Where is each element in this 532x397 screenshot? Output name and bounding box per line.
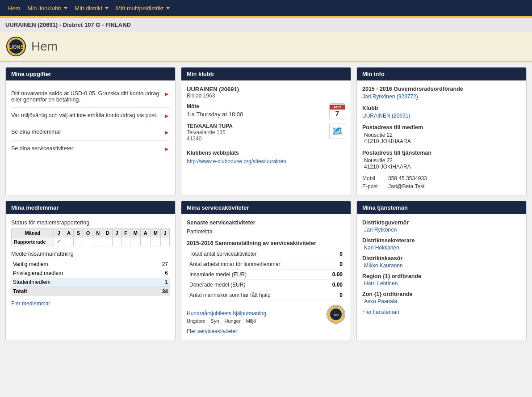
svg-text:LIONS: LIONS [8, 44, 24, 50]
mina-tjansteman-card: Mina tjänstemän Distriktsguvernör Jari R… [356, 201, 527, 340]
info-postaddr-official: Postadress till tjänsteman Nousutie 22 4… [362, 150, 521, 170]
mina-medlemmar-card: Mina medlemmar Status för medlemsrapport… [5, 201, 176, 340]
info-club-label: Klubb [362, 105, 521, 111]
member-table: Vanlig medlem 27 Privilegierad medlem 6 … [11, 260, 170, 296]
member-row: Studentmedlem 1 [11, 278, 170, 287]
centennial-row: Hundraårsjubileets hjälputmaning Ungdom … [187, 305, 345, 324]
month-table: Månad J A S O N D J F M A M J [11, 228, 170, 246]
email-val: Jari@Beta.Test [388, 183, 425, 190]
mina-medlemmar-body: Status för medlemsrapportering Månad J A… [6, 214, 175, 312]
service-summary-title: 2015-2016 Sammanställning av serviceakti… [187, 240, 345, 246]
main-content: Mina uppgifter Ditt nuvarande saldo är U… [0, 62, 532, 346]
meeting-row: Möte 1:a Thursday at 18:00 APR 7 [187, 103, 345, 119]
mina-uppgifter-card: Mina uppgifter Ditt nuvarande saldo är U… [5, 67, 176, 195]
arrow-right-icon: ► [163, 129, 170, 136]
official-item-0: Distriktsguvernör Jari Rytkönen [362, 220, 521, 233]
recent-service-title: Senaste serviceaktiviteter [187, 220, 345, 226]
info-postaddr-member: Postadress till medlem Nousutie 22 41210… [362, 124, 521, 144]
uppgifter-item-members[interactable]: Se dina medlemmar ► [11, 124, 170, 141]
dropdown-arrow-icon [166, 7, 170, 9]
breadcrumb: UURAINEN (20691) - District 107 G - FINL… [0, 18, 532, 32]
email-label: E-post [362, 183, 385, 190]
nav-hem[interactable]: Hem [4, 5, 24, 12]
min-klubb-card: Min klubb UURAINEN (20691) Bildad 1963 M… [181, 67, 351, 195]
cal-month: APR [330, 105, 345, 110]
mina-uppgifter-body: Ditt nuvarande saldo är USD-0.05. Gransk… [6, 80, 175, 162]
top-navigation: Hem Min lionklubb Mitt distrikt Mitt mul… [0, 0, 532, 16]
nav-min-lionklubb[interactable]: Min lionklubb [24, 5, 71, 12]
official-item-1: Distriktssekreterare Kari Hokkanen [362, 237, 521, 251]
mina-medlemmar-header: Mina medlemmar [6, 201, 175, 214]
official-item-3: Region {1} ordförande Harri Lehtinen [362, 273, 521, 287]
website-link[interactable]: http://www.e-clubhouse.org/sites/uuraine… [187, 158, 286, 165]
lions-logo-icon: LIONS [6, 37, 26, 56]
mobile-label: Mobil [362, 175, 385, 182]
min-info-card: Min info 2015 - 2016 Guvernörsrådsordför… [356, 67, 527, 195]
fler-tjansteman-link[interactable]: Fler tjänstemän [362, 309, 521, 315]
mina-uppgifter-header: Mina uppgifter [6, 68, 175, 80]
info-club-name[interactable]: UURAINEN (20691) [362, 113, 521, 119]
dropdown-arrow-icon [105, 7, 109, 9]
mina-service-card: Mina serviceaktiviteter Senaste servicea… [181, 201, 351, 340]
official-name-1[interactable]: Kari Hokkanen [364, 245, 521, 251]
mina-service-header: Mina serviceaktiviteter [181, 201, 351, 214]
nav-mitt-distrikt[interactable]: Mitt distrikt [71, 5, 112, 12]
uppgifter-item-balance[interactable]: Ditt nuvarande saldo är USD-0.05. Gransk… [11, 86, 170, 108]
info-mobile-row: Mobil 358 45 3534933 [362, 175, 521, 182]
uppgifter-item-miljovanlig[interactable]: Var miljövänlig och välj att inte erhåll… [11, 108, 170, 124]
info-role-year: 2015 - 2016 Guvernörsrådsordförande [362, 86, 521, 92]
info-role-section: 2015 - 2016 Guvernörsrådsordförande Jari… [362, 86, 521, 100]
member-summary-title: Medlemssammanfattning [11, 251, 170, 257]
service-row: Insamlade medel (EUR) 0.00 [187, 270, 345, 280]
page-header: LIONS Hem [0, 32, 532, 62]
arrow-right-icon: ► [163, 90, 170, 97]
member-row: Privilegierad medlem 6 [11, 269, 170, 278]
location-addr2: 41240 [187, 135, 233, 142]
bottom-row: Mina medlemmar Status för medlemsrapport… [5, 201, 527, 340]
svg-text:100: 100 [333, 313, 339, 317]
service-table: Totalt antal serviceaktiviteter 0 Antal … [187, 249, 345, 300]
official-name-0[interactable]: Jari Rytkönen [364, 227, 521, 233]
meeting-label: Möte [187, 103, 243, 110]
service-row: Antal arbetstimmar för lionmedlemmar 0 [187, 259, 345, 270]
min-klubb-body: UURAINEN (20691) Bildad 1963 Möte 1:a Th… [181, 80, 351, 170]
fler-medlemmar-link[interactable]: Fler medlemmar [11, 300, 170, 307]
centennial-link[interactable]: Hundraårsjubileets hjälputmaning [187, 310, 266, 317]
postaddr-member-label: Postadress till medlem [362, 124, 521, 131]
uppgifter-item-service[interactable]: Se dina serviceaktiviteter ► [11, 141, 170, 157]
reported-label: Rapporterade [12, 237, 54, 246]
month-col-header: Månad [12, 229, 54, 237]
club-founded: Bildad 1963 [187, 93, 345, 99]
min-info-body: 2015 - 2016 Guvernörsrådsordförande Jari… [357, 80, 526, 195]
arrow-right-icon: ► [163, 145, 170, 152]
dropdown-arrow-icon [64, 7, 67, 9]
cal-day: 7 [330, 110, 345, 118]
arrow-right-icon: ► [163, 112, 170, 119]
website-label: Klubbens webbplats [187, 150, 345, 156]
member-total-row: Totalt 34 [11, 287, 170, 296]
min-info-header: Min info [357, 68, 526, 80]
calendar-icon: APR 7 [329, 103, 345, 119]
official-name-2[interactable]: Mikko Kauranen [364, 262, 521, 269]
service-row: Donerade medel (EUR) 0.00 [187, 280, 345, 290]
official-item-4: Zon {1} ordförande Asko Paanala [362, 291, 521, 304]
fler-service-link[interactable]: Fler serviceaktiviteter [187, 328, 345, 334]
member-row: Vanlig medlem 27 [11, 260, 170, 269]
report-status-title: Status för medlemsrapportering [11, 220, 170, 226]
official-name-4[interactable]: Asko Paanala [364, 298, 521, 304]
location-row: TEIVAALAN TUPA Teivaalantie 135 41240 🗺️ [187, 123, 345, 145]
mobile-val: 358 45 3534933 [388, 175, 427, 182]
postaddr-member-1: Nousutie 22 [364, 132, 521, 138]
official-name-3[interactable]: Harri Lehtinen [364, 280, 521, 287]
min-klubb-header: Min klubb [181, 68, 351, 80]
service-row: Totalt antal serviceaktiviteter 0 [187, 249, 345, 259]
mina-service-body: Senaste serviceaktiviteter Partioteltta … [181, 214, 351, 340]
meeting-time: 1:a Thursday at 18:00 [187, 111, 243, 118]
service-row: Antal människor som har fått hjälp 0 [187, 290, 345, 300]
postaddr-member-2: 41210 JOKIHAARA [364, 138, 521, 144]
postaddr-official-label: Postadress till tjänsteman [362, 150, 521, 156]
nav-mitt-multipeldistrikt[interactable]: Mitt multipeldistrikt [112, 5, 173, 12]
info-role-name[interactable]: Jari Rytkönen (923772) [362, 93, 521, 100]
location-name: TEIVAALAN TUPA [187, 123, 233, 129]
info-email-row: E-post Jari@Beta.Test [362, 183, 521, 190]
